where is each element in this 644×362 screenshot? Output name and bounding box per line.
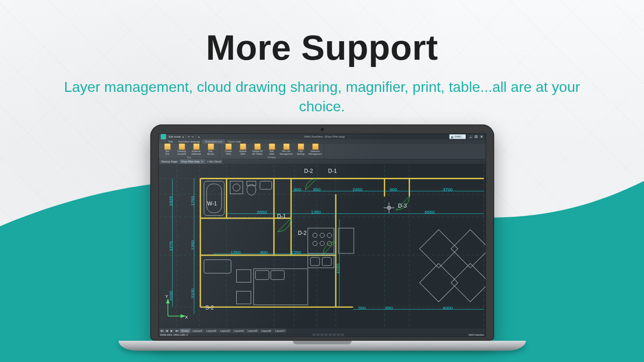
minimize-button[interactable] xyxy=(468,135,473,138)
document-tabs: Startup PageFloor Plan.dwg✕+ My Cloud xyxy=(159,159,486,164)
svg-point-34 xyxy=(313,241,317,246)
window-title: DWG FastView - [Floor Plan.dwg] xyxy=(202,135,447,138)
ribbon-label: Edittable xyxy=(269,150,274,155)
layout-first-icon[interactable]: ⏮ xyxy=(160,329,164,333)
svg-rect-28 xyxy=(236,291,251,304)
layout-tab[interactable]: Model xyxy=(180,329,191,333)
dwg-badge[interactable]: ◧ DWG... xyxy=(449,134,466,139)
status-toggle-icon[interactable] xyxy=(312,333,315,336)
ribbon-label: Drawingcompare xyxy=(177,150,186,155)
hero-subtitle: Layer management, cloud drawing sharing,… xyxy=(0,77,644,116)
close-button[interactable] xyxy=(479,135,484,138)
redo-icon[interactable]: ↷ xyxy=(191,135,194,138)
ribbon-icon xyxy=(254,143,261,150)
plan-label: D-1 xyxy=(277,213,286,219)
close-icon[interactable]: ✕ xyxy=(201,160,203,163)
laptop-base xyxy=(119,341,526,351)
axis-x-label: X xyxy=(185,314,188,319)
ribbon-label: Stat.Blocks xyxy=(207,150,214,155)
layout-tab[interactable]: Layout5 xyxy=(246,329,259,333)
dimension-value: 800 xyxy=(260,250,268,255)
dimension-value: 1825 xyxy=(168,196,173,206)
dimension-value: 1350 xyxy=(190,240,195,250)
doc-tab[interactable]: + My Cloud xyxy=(205,159,223,164)
svg-rect-41 xyxy=(419,230,458,268)
ribbon-icon xyxy=(312,143,319,150)
undo-icon[interactable]: ↶ xyxy=(188,135,190,138)
dimension-value: 900 xyxy=(390,187,397,192)
ribbon-icon xyxy=(193,143,200,150)
camera-dot xyxy=(321,128,324,131)
ribbon-icon xyxy=(298,143,304,150)
svg-rect-40 xyxy=(338,228,353,253)
status-toggle-icon[interactable] xyxy=(333,333,336,336)
status-toggle-icon[interactable] xyxy=(337,333,340,336)
svg-rect-30 xyxy=(308,228,334,253)
svg-rect-21 xyxy=(260,181,272,189)
plan-label: D-3 xyxy=(398,203,407,209)
svg-rect-42 xyxy=(451,230,485,268)
plan-label: S-2 xyxy=(205,305,214,311)
layout-prev-icon[interactable]: ◀ xyxy=(165,329,169,333)
layout-tab[interactable]: Layout1 xyxy=(191,329,204,333)
titlebar: Edit mode ▾ │ ↶ ↷ │ ▾ DWG FastView - [Fl… xyxy=(159,134,486,139)
layout-last-icon[interactable]: ⏭ xyxy=(175,329,179,333)
dimension-value: 1275 xyxy=(168,241,173,251)
dimension-value: 6550 xyxy=(425,210,435,214)
svg-rect-20 xyxy=(247,181,256,186)
plan-label: D-2 xyxy=(298,230,307,236)
edit-mode-chevron-icon[interactable]: ▾ xyxy=(182,135,184,138)
svg-point-33 xyxy=(327,233,331,238)
ribbon-icon xyxy=(208,143,214,150)
plan-label: W-1 xyxy=(207,200,217,207)
layout-next-icon[interactable]: ▶ xyxy=(170,329,174,333)
laptop-mockup: Edit mode ▾ │ ↶ ↷ │ ▾ DWG FastView - [Fl… xyxy=(150,124,494,351)
app-screen: Edit mode ▾ │ ↶ ↷ │ ▾ DWG FastView - [Fl… xyxy=(158,133,486,337)
ribbon: TextfindDrawingcompareExternalreferenceS… xyxy=(159,144,486,159)
status-toggle-icon[interactable] xyxy=(320,333,324,336)
svg-rect-26 xyxy=(271,271,284,280)
drawing-canvas[interactable]: Y X xyxy=(159,164,486,329)
plan-label: D-1 xyxy=(328,168,337,174)
status-toggle-icon[interactable] xyxy=(324,333,328,336)
status-toggles xyxy=(312,333,344,336)
svg-rect-25 xyxy=(255,271,269,280)
dimension-value: 3100 xyxy=(168,291,173,301)
dimension-value: 1350 xyxy=(310,210,321,214)
layout-tab[interactable]: Layout2 xyxy=(205,329,218,333)
svg-rect-18 xyxy=(206,184,221,213)
hero-title: More Support xyxy=(0,27,644,68)
svg-point-32 xyxy=(320,233,324,238)
svg-rect-1 xyxy=(475,136,477,138)
ribbon-label: CreateTable xyxy=(225,150,232,155)
layout-tab[interactable]: Layout7 xyxy=(273,329,286,333)
maximize-button[interactable] xyxy=(474,135,478,138)
more-chevron-icon[interactable]: ▾ xyxy=(198,135,200,138)
svg-rect-38 xyxy=(310,257,320,266)
dimension-value: 1350 xyxy=(291,250,301,255)
svg-rect-44 xyxy=(451,263,485,302)
layout-tab[interactable]: Layout4 xyxy=(232,329,245,333)
doc-tab[interactable]: Startup Page xyxy=(160,159,179,164)
ribbon-group-xlstable: CreateTableUpdatetableUpdate Allthe Tabl… xyxy=(220,144,324,159)
layout-tab[interactable]: Layout3 xyxy=(219,329,232,333)
ribbon-label: Update Allthe Tables xyxy=(252,150,262,155)
status-toggle-icon[interactable] xyxy=(316,333,320,336)
svg-point-23 xyxy=(233,184,240,191)
svg-marker-55 xyxy=(181,315,184,318)
ribbon-icon xyxy=(164,143,171,150)
plan-label: D-2 xyxy=(304,168,313,174)
dimension-value: 850 xyxy=(385,305,393,310)
svg-rect-37 xyxy=(308,255,334,268)
doc-tab[interactable]: Floor Plan.dwg✕ xyxy=(180,159,205,164)
svg-rect-17 xyxy=(204,181,224,215)
ribbon-label: PathSettings xyxy=(296,150,305,155)
status-toggle-icon[interactable] xyxy=(329,333,332,336)
dimension-value: 850 xyxy=(313,187,320,192)
ribbon-icon xyxy=(240,143,246,150)
ribbon-label: Textfind xyxy=(165,150,169,155)
layout-tab[interactable]: Layout6 xyxy=(260,329,273,333)
dimension-value: 3700 xyxy=(443,187,453,192)
status-toggle-icon[interactable] xyxy=(341,333,344,336)
dimension-value: 4150 xyxy=(335,263,340,274)
